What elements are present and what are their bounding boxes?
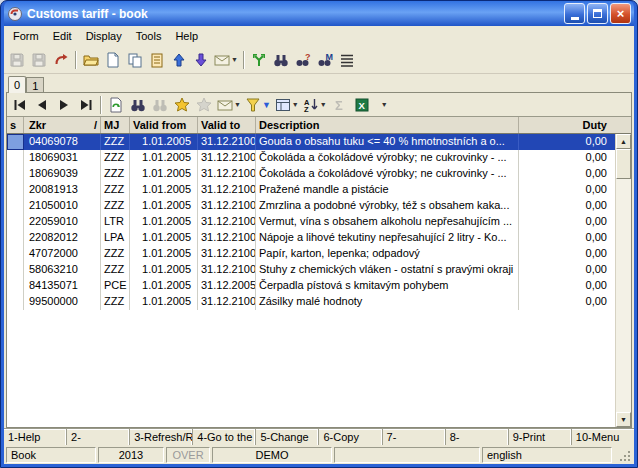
row-selector-cell[interactable] xyxy=(7,262,24,278)
row-selector-cell[interactable] xyxy=(7,198,24,214)
summary-button[interactable]: Σ xyxy=(329,94,351,116)
mail-record-button[interactable]: ▼ xyxy=(215,94,243,116)
column-header-mj[interactable]: MJ xyxy=(101,117,130,133)
table-row[interactable]: 18069031 ZZZ 1.01.2005 31.12.2100 Čokolá… xyxy=(7,150,615,166)
row-selector-cell[interactable] xyxy=(7,150,24,166)
new-button[interactable] xyxy=(102,49,124,71)
grid-body: 04069078 ZZZ 1.01.2005 31.12.2100 Gouda … xyxy=(7,134,615,427)
find-all-button[interactable] xyxy=(149,94,171,116)
bookmark-button[interactable] xyxy=(171,94,193,116)
refresh-button[interactable] xyxy=(105,94,127,116)
column-header-valid-to[interactable]: Valid to xyxy=(198,117,256,133)
close-button[interactable]: × xyxy=(610,3,631,24)
excel-export-button[interactable]: X xyxy=(351,94,373,116)
cell-description: Čokoláda a čokoládové výrobky; ne cukrov… xyxy=(256,150,519,166)
filter-button[interactable]: ▼ xyxy=(243,94,273,116)
find-next-button[interactable]: ? xyxy=(292,49,314,71)
column-header-duty[interactable]: Duty xyxy=(519,117,615,133)
table-row[interactable]: 20081913 ZZZ 1.01.2005 31.12.2100 Pražen… xyxy=(7,182,615,198)
row-selector-cell[interactable] xyxy=(7,278,24,294)
last-record-button[interactable] xyxy=(75,94,97,116)
column-header-valid-from[interactable]: Valid from xyxy=(130,117,198,133)
maximize-button[interactable] xyxy=(587,3,608,24)
form-view-button[interactable]: ▼ xyxy=(273,94,301,116)
fkey-7[interactable]: 7- xyxy=(383,429,446,445)
row-selector-cell[interactable] xyxy=(7,182,24,198)
row-selector-cell[interactable] xyxy=(7,246,24,262)
sort-button[interactable]: AZ▼ xyxy=(301,94,329,116)
column-header-zkr[interactable]: Zkr / xyxy=(24,117,101,133)
menu-tools[interactable]: Tools xyxy=(129,28,169,44)
find-record-button[interactable] xyxy=(127,94,149,116)
find-button[interactable] xyxy=(270,49,292,71)
menu-edit[interactable]: Edit xyxy=(46,28,79,44)
function-key-bar: 1-Help 2- 3-Refresh/R 4-Go to the 5-Chan… xyxy=(4,428,634,445)
bookmark-all-button[interactable] xyxy=(193,94,215,116)
more-options-button[interactable]: ▼ xyxy=(373,94,395,116)
cell-zkr: 04069078 xyxy=(24,134,101,150)
scroll-up-button[interactable]: ▲ xyxy=(616,134,631,149)
column-header-selector[interactable]: s xyxy=(7,117,24,133)
table-row[interactable]: 84135071 PCE 1.01.2005 31.12.2005 Čerpad… xyxy=(7,278,615,294)
move-up-button[interactable] xyxy=(168,49,190,71)
table-row[interactable]: 04069078 ZZZ 1.01.2005 31.12.2100 Gouda … xyxy=(7,134,615,150)
star-disabled-icon xyxy=(196,97,212,113)
menu-display[interactable]: Display xyxy=(79,28,129,44)
vertical-scrollbar[interactable]: ▲ ▼ xyxy=(615,134,631,427)
table-row[interactable]: 22059010 LTR 1.01.2005 31.12.2100 Vermut… xyxy=(7,214,615,230)
open-button[interactable] xyxy=(80,49,102,71)
row-selector-cell[interactable] xyxy=(7,214,24,230)
scroll-track[interactable] xyxy=(616,179,631,412)
menu-bar: Form Edit Display Tools Help xyxy=(4,26,634,46)
send-mail-button[interactable]: ▼ xyxy=(212,49,240,71)
scroll-down-button[interactable]: ▼ xyxy=(616,412,631,427)
table-row[interactable]: 22082012 LPA 1.01.2005 31.12.2100 Nápoje… xyxy=(7,230,615,246)
chevron-down-icon: ▼ xyxy=(320,101,327,108)
fkey-4-goto[interactable]: 4-Go to the xyxy=(193,429,256,445)
previous-record-button[interactable] xyxy=(31,94,53,116)
save-as-icon xyxy=(31,52,47,68)
fkey-8[interactable]: 8- xyxy=(446,429,509,445)
fkey-2[interactable]: 2- xyxy=(67,429,130,445)
table-row[interactable]: 47072000 ZZZ 1.01.2005 31.12.2100 Papír,… xyxy=(7,246,615,262)
scroll-thumb[interactable] xyxy=(616,149,631,179)
save-button[interactable] xyxy=(6,49,28,71)
main-toolbar: ▼ ? M xyxy=(4,46,634,74)
table-row[interactable]: 58063210 ZZZ 1.01.2005 31.12.2100 Stuhy … xyxy=(7,262,615,278)
next-record-button[interactable] xyxy=(53,94,75,116)
tab-1[interactable]: 1 xyxy=(26,77,44,92)
fkey-1-help[interactable]: 1-Help xyxy=(4,429,67,445)
tab-0[interactable]: 0 xyxy=(8,76,26,93)
row-selector-cell[interactable] xyxy=(7,134,24,150)
title-bar[interactable]: Customs tariff - book × xyxy=(4,1,634,26)
cell-mj: ZZZ xyxy=(101,294,130,310)
row-selector-cell[interactable] xyxy=(7,230,24,246)
table-row[interactable]: 99500000 ZZZ 1.01.2005 31.12.2100 Zásilk… xyxy=(7,294,615,310)
fkey-9-print[interactable]: 9-Print xyxy=(509,429,572,445)
status-bar: Book 2013 OVER DEMO english xyxy=(4,445,634,464)
menu-form[interactable]: Form xyxy=(6,28,46,44)
fkey-10-menu[interactable]: 10-Menu xyxy=(572,429,634,445)
list-button[interactable] xyxy=(336,49,358,71)
row-selector-cell[interactable] xyxy=(7,294,24,310)
minimize-button[interactable] xyxy=(564,3,585,24)
move-down-button[interactable] xyxy=(190,49,212,71)
find-advanced-button[interactable]: M xyxy=(314,49,336,71)
column-header-description[interactable]: Description xyxy=(256,117,519,133)
resize-grip[interactable] xyxy=(614,447,632,463)
paste-button[interactable] xyxy=(146,49,168,71)
status-year: 2013 xyxy=(98,447,164,463)
fkey-5-change[interactable]: 5-Change xyxy=(256,429,319,445)
copy-button[interactable] xyxy=(124,49,146,71)
row-selector-cell[interactable] xyxy=(7,166,24,182)
fkey-6-copy[interactable]: 6-Copy xyxy=(319,429,382,445)
undo-button[interactable] xyxy=(50,49,72,71)
table-row[interactable]: 21050010 ZZZ 1.01.2005 31.12.2100 Zmrzli… xyxy=(7,198,615,214)
export-button[interactable] xyxy=(248,49,270,71)
save-as-button[interactable] xyxy=(28,49,50,71)
app-icon xyxy=(7,6,23,22)
fkey-3-refresh[interactable]: 3-Refresh/R xyxy=(130,429,193,445)
menu-help[interactable]: Help xyxy=(168,28,205,44)
first-record-button[interactable] xyxy=(9,94,31,116)
table-row[interactable]: 18069039 ZZZ 1.01.2005 31.12.2100 Čokolá… xyxy=(7,166,615,182)
